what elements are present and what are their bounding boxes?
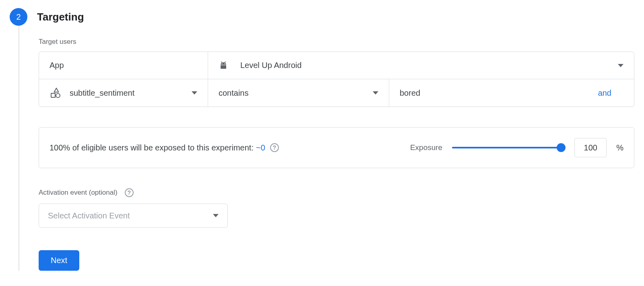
svg-line-1 <box>221 62 222 63</box>
exposure-input[interactable] <box>574 138 607 157</box>
activation-event-placeholder: Select Activation Event <box>48 211 130 220</box>
help-icon[interactable]: ? <box>125 188 134 197</box>
condition-operator-selector[interactable]: contains <box>208 79 389 107</box>
chevron-down-icon <box>192 91 197 95</box>
exposure-slider[interactable] <box>452 143 565 152</box>
svg-rect-6 <box>51 93 55 97</box>
slider-thumb[interactable] <box>557 143 566 152</box>
target-users-card: App Level Up Android <box>39 51 634 107</box>
condition-value[interactable]: bored <box>400 88 590 98</box>
app-selector[interactable]: Level Up Android <box>208 52 634 79</box>
exposure-card: 100% of eligible users will be exposed t… <box>39 127 634 168</box>
step-title: Targeting <box>37 11 84 23</box>
shapes-icon <box>50 87 61 99</box>
activation-event-label: Activation event (optional) <box>39 189 118 197</box>
chevron-down-icon <box>213 214 219 217</box>
app-row-label: App <box>39 52 208 79</box>
svg-marker-5 <box>54 88 59 92</box>
svg-rect-0 <box>221 65 226 69</box>
exposure-unit: % <box>616 143 623 152</box>
target-users-label: Target users <box>39 38 634 46</box>
condition-operator: contains <box>219 88 373 98</box>
svg-point-4 <box>224 63 225 64</box>
help-icon[interactable]: ? <box>270 143 279 152</box>
chevron-down-icon <box>373 91 378 95</box>
condition-property-selector[interactable]: subtitle_sentiment <box>39 79 208 107</box>
exposure-sentence-text: 100% of eligible users will be exposed t… <box>50 143 254 152</box>
svg-point-7 <box>56 94 60 98</box>
svg-point-3 <box>222 63 223 64</box>
activation-event-select[interactable]: Select Activation Event <box>39 204 228 228</box>
step-badge: 2 <box>10 8 27 26</box>
exposure-sentence: 100% of eligible users will be exposed t… <box>50 143 400 152</box>
exposure-label: Exposure <box>410 143 442 152</box>
svg-line-2 <box>225 62 225 63</box>
add-and-condition-button[interactable]: and <box>598 88 611 98</box>
chevron-down-icon <box>618 64 623 67</box>
next-button[interactable]: Next <box>39 250 79 271</box>
condition-property: subtitle_sentiment <box>70 88 183 98</box>
app-name: Level Up Android <box>240 61 606 70</box>
exposure-estimate: ~0 <box>256 143 265 152</box>
android-icon <box>219 61 228 70</box>
